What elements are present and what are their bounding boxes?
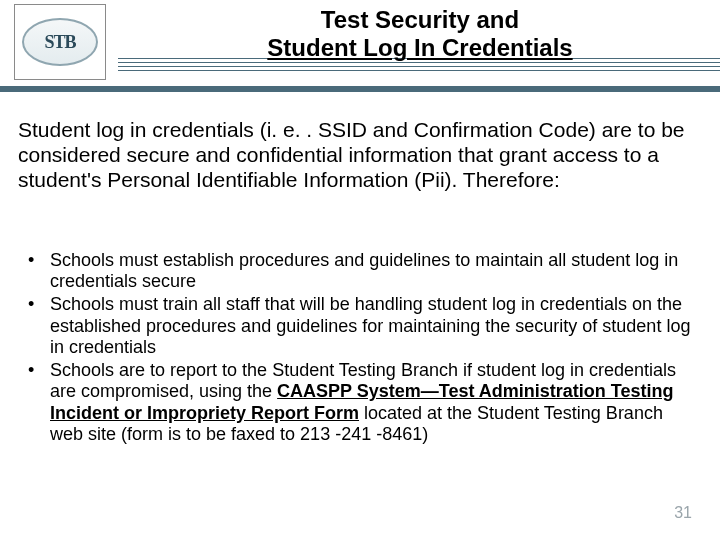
page-number: 31	[674, 504, 692, 522]
list-item: Schools are to report to the Student Tes…	[22, 360, 692, 445]
title-line-2: Student Log In Credentials	[267, 34, 572, 61]
header-rule	[0, 86, 720, 92]
slide: STB Test Security and Student Log In Cre…	[0, 0, 720, 540]
list-item: Schools must establish procedures and gu…	[22, 250, 692, 292]
intro-paragraph: Student log in credentials (i. e. . SSID…	[18, 118, 688, 192]
bullet-text: Schools must establish procedures and gu…	[50, 250, 678, 291]
logo-icon: STB	[22, 18, 98, 66]
list-item: Schools must train all staff that will b…	[22, 294, 692, 358]
logo-text: STB	[44, 32, 75, 53]
slide-title: Test Security and Student Log In Credent…	[140, 6, 700, 63]
logo-container: STB	[14, 4, 106, 80]
title-line-1: Test Security and	[321, 6, 519, 33]
bullet-list: Schools must establish procedures and gu…	[22, 250, 692, 447]
bullet-text: Schools must train all staff that will b…	[50, 294, 690, 356]
